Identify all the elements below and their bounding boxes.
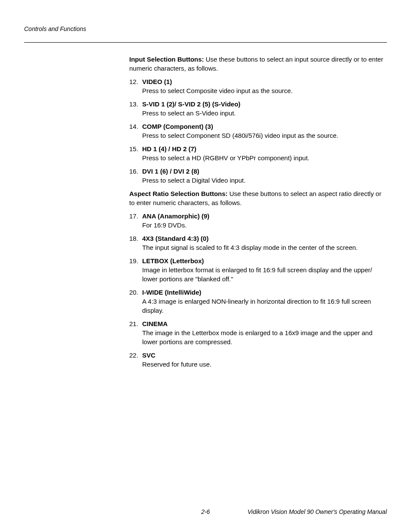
item-desc: Press to select an S-Video input. <box>142 109 387 118</box>
item-number: 14. <box>129 122 138 131</box>
item-desc: Image in letterbox format is enlarged to… <box>142 265 387 283</box>
page-content: Input Selection Buttons: Use these butto… <box>129 55 387 369</box>
item-number: 21. <box>129 319 138 328</box>
item-title: 4X3 (Standard 4:3) (0) <box>142 235 209 242</box>
input-selection-list: 12. VIDEO (1) Press to select Composite … <box>129 77 387 185</box>
list-item: 21. CINEMA The image in the Letterbox mo… <box>129 319 387 346</box>
page-header-section: Controls and Functions <box>24 25 387 34</box>
item-title: LETBOX (Letterbox) <box>142 257 204 264</box>
list-item: 18. 4X3 (Standard 4:3) (0) The input sig… <box>129 234 387 252</box>
item-number: 19. <box>129 256 138 265</box>
intro-paragraph-1: Input Selection Buttons: Use these butto… <box>129 55 387 73</box>
intro1-bold: Input Selection Buttons: <box>129 56 204 63</box>
intro2-bold: Aspect Ratio Selection Buttons: <box>129 190 227 197</box>
list-item: 12. VIDEO (1) Press to select Composite … <box>129 77 387 95</box>
list-item: 20. I-WIDE (IntelliWide) A 4:3 image is … <box>129 288 387 315</box>
item-number: 12. <box>129 77 138 86</box>
list-item: 13. S-VID 1 (2)/ S-VID 2 (5) (S-Video) P… <box>129 100 387 118</box>
list-item: 16. DVI 1 (6) / DVI 2 (8) Press to selec… <box>129 167 387 185</box>
footer-spacer <box>24 508 25 516</box>
item-desc: The input signal is scaled to fit 4:3 di… <box>142 243 387 252</box>
item-desc: Press to select Component SD (480i/576i)… <box>142 131 387 140</box>
list-item: 15. HD 1 (4) / HD 2 (7) Press to select … <box>129 144 387 162</box>
item-desc: Press to select a HD (RGBHV or YPbPr com… <box>142 153 387 162</box>
item-number: 20. <box>129 288 138 297</box>
item-number: 13. <box>129 100 138 109</box>
intro-paragraph-2: Aspect Ratio Selection Buttons: Use thes… <box>129 189 387 207</box>
item-desc: The image in the Letterbox mode is enlar… <box>142 328 387 346</box>
item-desc: Press to select a Digital Video input. <box>142 176 387 185</box>
item-title: S-VID 1 (2)/ S-VID 2 (5) (S-Video) <box>142 100 240 108</box>
item-desc: For 16:9 DVDs. <box>142 221 387 230</box>
item-title: ANA (Anamorphic) (9) <box>142 212 209 220</box>
header-rule <box>24 42 387 43</box>
item-number: 16. <box>129 167 138 176</box>
item-desc: Press to select Composite video input as… <box>142 86 387 95</box>
item-title: CINEMA <box>142 320 168 327</box>
item-number: 18. <box>129 234 138 243</box>
item-title: COMP (Component) (3) <box>142 123 213 130</box>
list-item: 17. ANA (Anamorphic) (9) For 16:9 DVDs. <box>129 212 387 230</box>
item-title: SVC <box>142 352 156 359</box>
page-footer: 2-6 Vidikron Vision Model 90 Owner's Ope… <box>24 508 387 516</box>
item-number: 17. <box>129 212 138 221</box>
item-desc: Reserved for future use. <box>142 360 387 369</box>
list-item: 14. COMP (Component) (3) Press to select… <box>129 122 387 140</box>
item-title: VIDEO (1) <box>142 78 172 85</box>
item-title: DVI 1 (6) / DVI 2 (8) <box>142 168 199 175</box>
aspect-ratio-list: 17. ANA (Anamorphic) (9) For 16:9 DVDs. … <box>129 212 387 369</box>
footer-manual-title: Vidikron Vision Model 90 Owner's Operati… <box>247 508 387 516</box>
item-number: 22. <box>129 351 138 360</box>
list-item: 19. LETBOX (Letterbox) Image in letterbo… <box>129 256 387 283</box>
item-desc: A 4:3 image is enlarged NON-linearly in … <box>142 297 387 315</box>
item-title: I-WIDE (IntelliWide) <box>142 289 201 296</box>
item-number: 15. <box>129 144 138 153</box>
list-item: 22. SVC Reserved for future use. <box>129 351 387 369</box>
footer-page-number: 2-6 <box>201 508 210 516</box>
item-title: HD 1 (4) / HD 2 (7) <box>142 145 196 152</box>
